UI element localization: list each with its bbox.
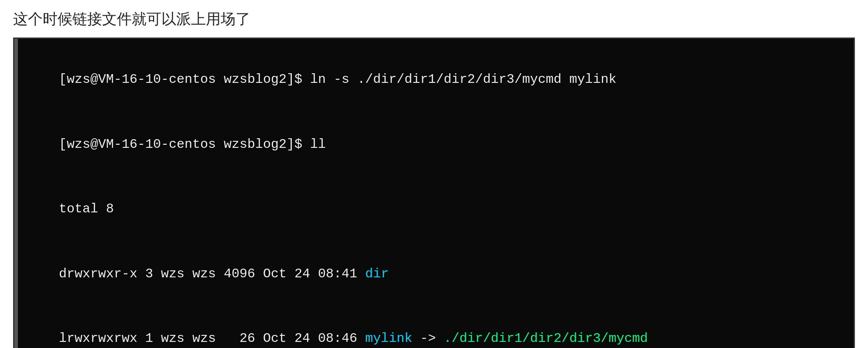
output-total: total 8 (59, 201, 114, 216)
terminal-line-3: total 8 (27, 177, 841, 242)
intro-text: 这个时候链接文件就可以派上用场了 (13, 9, 855, 30)
dir-name: dir (365, 266, 389, 281)
link-target: ./dir/dir1/dir2/dir3/mycmd (444, 331, 648, 346)
prompt-2: [wzs@VM-16-10-centos wzsblog2]$ (59, 137, 310, 152)
terminal-window: [wzs@VM-16-10-centos wzsblog2]$ ln -s ./… (13, 38, 855, 348)
terminal-left-bar (14, 39, 18, 348)
command-2: ll (310, 137, 326, 152)
prompt-1: [wzs@VM-16-10-centos wzsblog2]$ (59, 72, 310, 87)
link-arrow: -> (412, 331, 444, 346)
link-prefix: lrwxrwxrwx 1 wzs wzs 26 Oct 24 08:46 (59, 331, 365, 346)
dir-prefix: drwxrwxr-x 3 wzs wzs 4096 Oct 24 08:41 (59, 266, 365, 281)
command-1: ln -s ./dir/dir1/dir2/dir3/mycmd mylink (310, 72, 616, 87)
terminal-line-4: drwxrwxr-x 3 wzs wzs 4096 Oct 24 08:41 d… (27, 242, 841, 307)
terminal-line-1: [wzs@VM-16-10-centos wzsblog2]$ ln -s ./… (27, 48, 841, 113)
terminal-line-5: lrwxrwxrwx 1 wzs wzs 26 Oct 24 08:46 myl… (27, 307, 841, 348)
link-name: mylink (365, 331, 412, 346)
terminal-line-2: [wzs@VM-16-10-centos wzsblog2]$ ll (27, 112, 841, 177)
